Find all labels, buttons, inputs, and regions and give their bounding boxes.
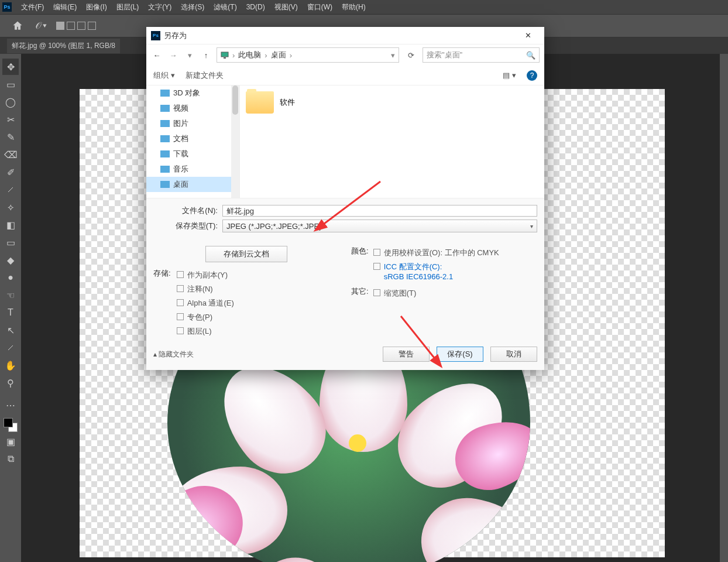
view-mode-icon[interactable]: ▤ ▾ [503,71,516,80]
save-to-cloud-button[interactable]: 存储到云文档 [205,246,287,262]
check-proof[interactable]: 使用校样设置(O): 工作中的 CMYK [373,246,537,260]
search-input[interactable]: 搜索"桌面" 🔍 [423,47,540,63]
check-notes[interactable]: 注释(N) [177,282,339,296]
ps-logo-icon: Ps [2,2,12,12]
menu-window[interactable]: 窗口(W) [303,2,337,12]
address-bar[interactable]: › 此电脑 › 桌面 › ▾ [217,47,399,63]
stamp-tool-icon[interactable]: ⟋ [2,181,19,198]
menu-file[interactable]: 文件(F) [16,2,49,12]
monitor-icon [221,51,229,59]
icc-link[interactable]: ICC 配置文件(C): [384,262,442,271]
tree-item-pictures[interactable]: 图片 [146,116,239,131]
path-sep-icon: › [232,51,235,60]
path-segment[interactable]: 此电脑 [238,50,261,60]
new-folder-button[interactable]: 新建文件夹 [186,70,224,81]
eyedropper-tool-icon[interactable]: ✎ [2,129,19,145]
filename-input[interactable]: 鲜花.jpg [222,205,537,217]
check-layers[interactable]: 图层(L) [177,324,339,338]
nav-back-icon[interactable]: ← [151,51,163,60]
menu-image[interactable]: 图像(I) [81,2,111,12]
nav-recent-icon[interactable]: ▾ [184,51,195,60]
right-edge-panel [720,54,728,562]
check-copy[interactable]: 作为副本(Y) [177,268,339,282]
marquee-tool-icon[interactable]: ▭ [2,76,19,92]
svg-rect-7 [160,166,170,173]
tree-item-music[interactable]: 音乐 [146,162,239,177]
dialog-close-button[interactable]: ✕ [516,28,540,43]
organize-button[interactable]: 组织 ▾ [153,70,175,81]
extras-icon[interactable]: ⋯ [2,397,19,413]
folder-tree[interactable]: 3D 对象 视频 图片 文档 下载 音乐 桌面 [146,85,240,198]
text-tool-icon[interactable]: T [2,304,19,321]
menu-layer[interactable]: 图层(L) [112,2,144,12]
path-select-tool-icon[interactable]: ↖ [2,322,19,338]
hand-tool-icon[interactable]: ✋ [2,357,19,373]
rect-tool-icon[interactable]: ▭ [2,234,19,251]
nav-up-icon[interactable]: ↑ [200,51,212,60]
tree-scrollbar[interactable] [231,85,239,198]
heal-tool-icon[interactable]: ⌫ [2,146,19,163]
search-placeholder: 搜索"桌面" [427,50,462,60]
menu-view[interactable]: 视图(V) [270,2,303,12]
dialog-titlebar: Ps 另存为 ✕ [146,27,544,44]
document-tab[interactable]: 鲜花.jpg @ 100% (图层 1, RGB/8 [7,39,120,53]
tree-item-video[interactable]: 视频 [146,101,239,116]
check-icc[interactable]: ICC 配置文件(C):sRGB IEC61966-2.1 [373,260,537,283]
color-swatch[interactable] [4,418,18,432]
dialog-toolbar: 组织 ▾ 新建文件夹 ▤ ▾ ? [146,66,544,85]
warning-button[interactable]: 警告 [383,347,430,362]
save-as-dialog: Ps 另存为 ✕ ← → ▾ ↑ › 此电脑 › 桌面 › ▾ ⟳ 搜索"桌面"… [146,27,544,370]
help-icon[interactable]: ? [527,70,537,81]
toolbox: ✥ ▭ ◯ ✂ ✎ ⌫ ✐ ⟋ ⟡ ◧ ▭ ◆ ● ☜ T ↖ ⟋ ✋ ⚲ ⋯ … [0,54,21,562]
screenmode-icon[interactable]: ⧉ [2,451,19,467]
brush-tool-icon[interactable]: ✐ [2,164,19,180]
line-tool-icon[interactable]: ⟋ [2,340,19,356]
refresh-icon[interactable]: ⟳ [404,51,418,60]
blur-tool-icon[interactable]: ◆ [2,252,19,268]
menubar: Ps 文件(F) 编辑(E) 图像(I) 图层(L) 文字(Y) 选择(S) 滤… [0,0,728,14]
svg-rect-8 [160,181,170,188]
save-button[interactable]: 保存(S) [437,347,483,362]
gradient-tool-icon[interactable]: ◧ [2,217,19,233]
tree-item-documents[interactable]: 文档 [146,131,239,146]
path-segment[interactable]: 桌面 [271,50,286,60]
move-tool-icon[interactable]: ✥ [2,59,19,75]
check-alpha[interactable]: Alpha 通道(E) [177,296,339,310]
savetype-combo[interactable]: JPEG (*.JPG;*.JPEG;*.JPE) [222,220,537,232]
hide-folders-toggle[interactable]: ▴ 隐藏文件夹 [153,349,194,359]
nav-forward-icon[interactable]: → [167,51,179,60]
dodge-tool-icon[interactable]: ● [2,269,19,286]
crop-tool-icon[interactable]: ✂ [2,111,19,128]
menu-text[interactable]: 文字(Y) [143,2,176,12]
svg-rect-0 [221,52,228,57]
cancel-button[interactable]: 取消 [490,347,537,362]
tree-item-desktop[interactable]: 桌面 [146,177,239,192]
menu-help[interactable]: 帮助(H) [337,2,370,12]
tree-item-3d[interactable]: 3D 对象 [146,85,239,101]
mode-add-icon[interactable] [67,22,75,30]
menu-3d[interactable]: 3D(D) [242,3,270,11]
svg-rect-1 [224,57,226,59]
dialog-nav-row: ← → ▾ ↑ › 此电脑 › 桌面 › ▾ ⟳ 搜索"桌面" 🔍 [146,44,544,66]
lasso-options[interactable]: 𝒪 ▾ [35,20,47,31]
menu-filter[interactable]: 滤镜(T) [209,2,241,12]
quickmask-icon[interactable]: ▣ [2,433,19,450]
zoom-tool-icon[interactable]: ⚲ [2,375,19,391]
history-tool-icon[interactable]: ⟡ [2,199,19,215]
menu-edit[interactable]: 编辑(E) [49,2,81,12]
mode-intersect-icon[interactable] [88,22,96,30]
menu-select[interactable]: 选择(S) [176,2,209,12]
pen-tool-icon[interactable]: ☜ [2,287,19,303]
file-item[interactable]: 软件 [246,91,339,114]
svg-rect-4 [160,120,170,127]
lasso-tool-icon[interactable]: ◯ [2,94,19,110]
file-list[interactable]: 软件 [240,85,544,198]
home-icon[interactable] [12,20,23,32]
path-dropdown-icon[interactable]: ▾ [391,51,395,60]
mode-new-icon[interactable] [56,22,64,30]
mode-sub-icon[interactable] [77,22,85,30]
tree-item-downloads[interactable]: 下载 [146,146,239,162]
check-spot[interactable]: 专色(P) [177,310,339,324]
path-sep-icon: › [265,51,267,60]
check-thumb[interactable]: 缩览图(T) [373,286,417,300]
